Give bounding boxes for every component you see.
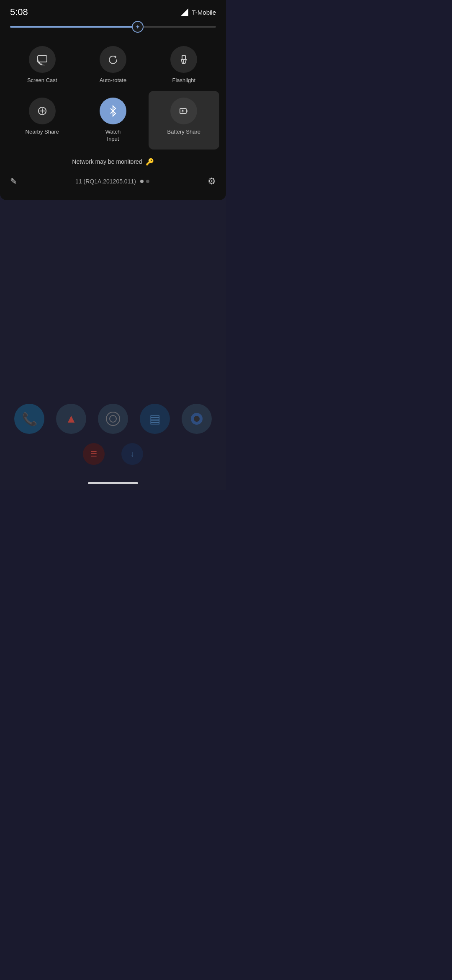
watch-input-icon-circle [100, 98, 126, 124]
status-time: 5:08 [10, 7, 28, 18]
tile-nearby-share[interactable]: Nearby Share [7, 91, 77, 150]
page-dot-2 [146, 180, 149, 183]
svg-point-1 [110, 415, 116, 422]
brightness-sun-icon: ✦ [135, 23, 140, 30]
dock-small-blue-icon[interactable]: ↓ [121, 443, 143, 465]
dock-area: 📞 ▲ ▤ ☰ ↓ [0, 404, 226, 465]
key-icon: 🔑 [146, 158, 154, 166]
screen-cast-icon-circle [29, 46, 56, 73]
dock-row: 📞 ▲ ▤ [2, 404, 224, 434]
auto-rotate-label: Auto-rotate [100, 77, 126, 84]
dock-chrome-icon[interactable] [182, 404, 212, 434]
tile-auto-rotate[interactable]: Auto-rotate [77, 39, 148, 91]
dock-bottom-row: ☰ ↓ [70, 443, 156, 465]
nav-bar-home-indicator [88, 482, 138, 484]
dock-phone-icon[interactable]: 📞 [14, 404, 44, 434]
tile-watch-input[interactable]: WatchInput [77, 91, 148, 150]
settings-icon[interactable]: ⚙ [208, 176, 216, 187]
bluetooth-icon [107, 105, 119, 117]
tile-flashlight[interactable]: Flashlight [149, 39, 219, 91]
dock-camera-icon[interactable] [98, 404, 128, 434]
tile-screen-cast[interactable]: Screen Cast [7, 39, 77, 91]
svg-marker-4 [181, 8, 188, 16]
brightness-slider[interactable]: ✦ [10, 26, 216, 28]
dock-small-red-icon[interactable]: ☰ [83, 443, 105, 465]
network-monitored-text: Network may be monitored [72, 158, 142, 165]
version-text: 11 (RQ1A.201205.011) [75, 178, 136, 185]
nearby-share-label: Nearby Share [26, 129, 59, 136]
screen-cast-icon [36, 54, 48, 65]
brightness-thumb[interactable]: ✦ [132, 21, 144, 33]
dock-store-icon[interactable]: ▲ [56, 404, 86, 434]
network-bar: Network may be monitored 🔑 [0, 153, 226, 171]
flashlight-icon-circle [170, 46, 197, 73]
page-dots [140, 180, 149, 183]
watch-input-label: WatchInput [105, 129, 121, 143]
svg-rect-5 [38, 56, 47, 62]
flashlight-icon [178, 54, 190, 65]
status-bar: 5:08 T-Mobile [0, 0, 226, 21]
edit-icon[interactable]: ✎ [10, 176, 17, 186]
tiles-grid: Screen Cast Auto-rotate Flashlight [0, 36, 226, 153]
svg-point-3 [194, 416, 200, 422]
status-right: T-Mobile [181, 8, 216, 16]
brightness-fill [10, 26, 138, 28]
svg-point-0 [106, 412, 120, 426]
tile-battery-share[interactable]: Battery Share [149, 91, 219, 150]
auto-rotate-icon [107, 54, 119, 65]
brightness-container[interactable]: ✦ [0, 21, 226, 36]
signal-icon [181, 8, 188, 16]
battery-share-label: Battery Share [167, 129, 201, 136]
nearby-share-icon-circle [29, 98, 56, 124]
quick-settings-panel: 5:08 T-Mobile ✦ [0, 0, 226, 200]
svg-rect-6 [182, 55, 185, 59]
flashlight-label: Flashlight [172, 77, 196, 84]
page-dot-1 [140, 180, 144, 183]
screen-cast-label: Screen Cast [27, 77, 57, 84]
nearby-share-icon [36, 105, 48, 117]
battery-share-icon-circle [170, 98, 197, 124]
dock-messages-icon[interactable]: ▤ [140, 404, 170, 434]
carrier-label: T-Mobile [192, 9, 216, 16]
battery-share-icon [178, 105, 190, 117]
qs-bottom-bar: ✎ 11 (RQ1A.201205.011) ⚙ [0, 171, 226, 192]
auto-rotate-icon-circle [100, 46, 126, 73]
